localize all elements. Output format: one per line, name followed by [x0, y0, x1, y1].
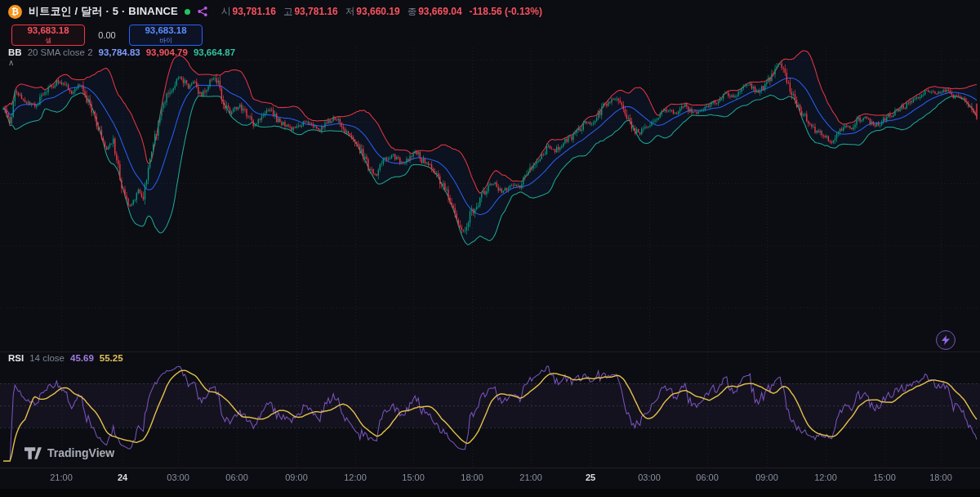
sell-button[interactable]: 93,683.18 셀	[11, 25, 85, 46]
tradingview-mark-icon	[24, 447, 42, 459]
buy-label: 바이	[159, 38, 172, 44]
symbol-title[interactable]: 비트코인 / 달러 · 5 · BINANCE	[29, 4, 178, 19]
bitcoin-icon: ₿	[8, 5, 22, 19]
spread-value: 0.00	[95, 30, 119, 40]
lightning-boost-button[interactable]	[936, 330, 956, 350]
price-chart-canvas[interactable]	[0, 0, 980, 497]
chevron-up-icon[interactable]: ∧	[8, 59, 14, 67]
time-label: 21:00	[519, 472, 542, 482]
tradingview-wordmark: TradingView	[47, 446, 114, 459]
time-label: 03:00	[638, 472, 661, 482]
rsi-value: 45.69	[70, 353, 94, 363]
buy-price: 93,683.18	[145, 26, 186, 36]
bb-upper-value: 93,904.79	[146, 47, 188, 57]
time-label: 24	[118, 472, 127, 482]
sell-label: 셀	[45, 38, 51, 44]
buy-button[interactable]: 93,683.18 바이	[129, 25, 203, 46]
tradingview-app: ₿ 비트코인 / 달러 · 5 · BINANCE 시93,781.16 고93…	[0, 0, 980, 497]
rsi-ma-value: 55.25	[100, 353, 123, 363]
low-value: 93,660.19	[356, 6, 399, 17]
time-label: 18:00	[461, 472, 483, 482]
ohlc-values: 시93,781.16 고93,781.16 저93,660.19 종93,669…	[221, 6, 542, 18]
share-icon[interactable]	[197, 6, 208, 17]
trade-buttons-row: 93,683.18 셀 0.00 93,683.18 바이	[11, 25, 203, 46]
high-value: 93,781.16	[294, 6, 337, 17]
high-label: 고	[283, 7, 293, 16]
time-label: 09:00	[755, 472, 778, 482]
open-value: 93,781.16	[233, 6, 276, 17]
time-label: 25	[586, 472, 595, 482]
time-label: 18:00	[929, 472, 952, 482]
change-value: -118.56 (-0.13%)	[470, 6, 542, 17]
bb-indicator-legend[interactable]: BB 20 SMA close 2 93,784.83 93,904.79 93…	[8, 47, 235, 57]
rsi-name: RSI	[8, 353, 24, 363]
bb-name: BB	[8, 47, 22, 57]
bb-lower-value: 93,664.87	[194, 47, 235, 57]
lightning-icon	[942, 335, 950, 345]
window-bottom-strip	[0, 489, 980, 497]
time-label: 03:00	[167, 472, 189, 482]
time-axis[interactable]: 21:002403:0006:0009:0012:0015:0018:0021:…	[0, 469, 980, 487]
time-label: 09:00	[285, 472, 308, 482]
time-label: 12:00	[814, 472, 837, 482]
rsi-indicator-legend[interactable]: RSI 14 close 45.69 55.25	[8, 353, 123, 363]
market-status-dot	[185, 9, 190, 15]
time-label: 06:00	[696, 472, 719, 482]
time-label: 12:00	[344, 472, 367, 482]
bb-params: 20 SMA close 2	[28, 47, 93, 57]
time-label: 15:00	[402, 472, 425, 482]
low-label: 저	[345, 7, 355, 16]
tradingview-logo[interactable]: TradingView	[24, 446, 114, 459]
time-label: 21:00	[50, 472, 73, 482]
symbol-legend-row: ₿ 비트코인 / 달러 · 5 · BINANCE 시93,781.16 고93…	[0, 0, 980, 23]
open-label: 시	[221, 7, 231, 16]
bb-basis-value: 93,784.83	[99, 47, 140, 57]
time-label: 06:00	[225, 472, 248, 482]
time-label: 15:00	[873, 472, 896, 482]
rsi-params: 14 close	[29, 353, 65, 363]
close-label: 종	[408, 7, 417, 16]
close-value: 93,669.04	[418, 6, 461, 17]
sell-price: 93,683.18	[27, 26, 69, 36]
